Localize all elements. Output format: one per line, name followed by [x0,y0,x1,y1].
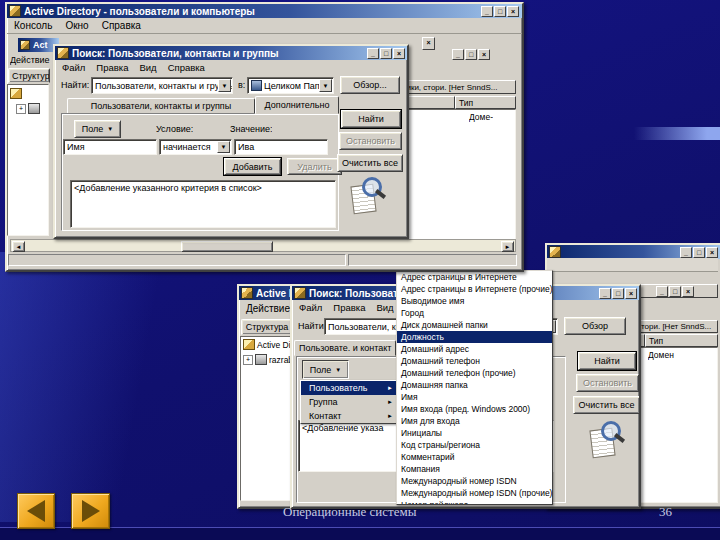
menu-action-fragment[interactable]: Действие [10,55,52,65]
maximize-icon[interactable]: □ [612,288,624,299]
clear-all-button[interactable]: Очистить все [337,154,403,172]
nav-forward-button[interactable] [71,493,110,529]
directory-icon [243,339,255,350]
field-option[interactable]: Имя [397,391,552,403]
field-option[interactable]: Международный номер ISDN [397,475,552,487]
field-option[interactable]: Инициалы [397,427,552,439]
horizontal-scrollbar[interactable]: ◄ ► [10,239,516,252]
browse-button[interactable]: Обзор [564,317,626,335]
close-icon[interactable]: × [393,48,405,59]
dialog1-tab-main[interactable]: Пользователи, контакты и группы [67,98,255,114]
close-icon[interactable]: × [478,49,490,60]
field-menu-button[interactable]: Поле ▼ [74,120,121,138]
find-now-button[interactable]: Найти [341,110,401,128]
close-icon[interactable]: × [422,37,435,50]
field-option[interactable]: Адрес страницы в Интернете (прочие) [397,283,552,295]
expand-icon[interactable]: + [16,104,26,114]
expand-icon[interactable]: + [243,355,253,365]
column-header-type[interactable]: Тип [455,96,516,109]
minimize-icon[interactable]: _ [599,288,611,299]
in-label: в: [238,80,245,90]
minimize-icon[interactable]: _ [452,49,464,60]
maximize-icon[interactable]: □ [693,247,705,258]
field-option[interactable]: Имя входа (пред. Windows 2000) [397,403,552,415]
close-icon[interactable]: × [706,247,718,258]
stop-button[interactable]: Остановить [339,132,402,150]
find-type-combobox[interactable]: Пользователи, контакты и группы ▼ [91,77,233,94]
field-option[interactable]: Выводимое имя [397,295,552,307]
field-option[interactable]: Домашний телефон (прочие) [397,367,552,379]
window1-tree-tab[interactable]: Структура [8,68,50,83]
field-dropdown-list: Адрес страницы в Интернете Адрес страниц… [396,270,553,505]
find-now-button[interactable]: Найти [578,352,636,370]
tree-item-root[interactable] [8,88,48,99]
nav-back-button[interactable] [17,493,55,529]
menu-help[interactable]: Справка [102,20,141,31]
menu-file[interactable]: Файл [299,302,322,313]
minimize-icon[interactable]: _ [680,247,692,258]
maximize-icon[interactable]: □ [494,6,506,17]
clear-all-button[interactable]: Очистить все [573,396,640,414]
column-header-type[interactable]: Тип [645,334,718,347]
menu-item-group[interactable]: Группа ► [301,395,397,409]
browse-button[interactable]: Обзор... [340,76,400,94]
field-option[interactable]: Домашний адрес [397,343,552,355]
find-scope-combobox[interactable]: Целиком Папка ▼ [247,77,334,94]
chevron-down-icon[interactable]: ▼ [217,141,230,153]
minimize-icon[interactable]: _ [481,6,493,17]
field-option-selected[interactable]: Должность [397,331,552,343]
chevron-down-icon[interactable]: ▼ [319,79,332,92]
field-option[interactable]: Номер пейджера [397,499,552,505]
close-icon[interactable]: × [682,286,694,297]
maximize-icon[interactable]: □ [669,286,681,297]
status-cell [8,254,346,266]
tree-item-domain[interactable]: + [8,103,48,114]
minimize-icon[interactable]: _ [367,48,379,59]
close-icon[interactable]: × [507,6,519,17]
dialog1-caption-buttons: _ □ × [367,48,405,59]
scrollbar-thumb[interactable] [181,241,273,252]
menu-edit[interactable]: Правка [96,62,128,73]
menu-file[interactable]: Файл [62,62,85,73]
maximize-icon[interactable]: □ [465,49,477,60]
dialog1-tab-advanced[interactable]: Дополнительно [255,96,339,114]
menu-help[interactable]: Справка [168,62,205,73]
field-option[interactable]: Диск домашней папки [397,319,552,331]
menu-window[interactable]: Окно [65,20,88,31]
menu-view[interactable]: Вид [139,62,156,73]
field-menu-button[interactable]: Поле ▼ [302,360,349,379]
chevron-down-icon[interactable]: ▼ [218,79,231,92]
minimize-icon[interactable]: _ [656,286,668,297]
window2-tree-tab[interactable]: Структура [241,319,293,335]
field-option[interactable]: Код страны/региона [397,439,552,451]
field-option[interactable]: Город [397,307,552,319]
find-dialog-icon [57,47,69,59]
menu-console[interactable]: Консоль [14,20,52,31]
field-option[interactable]: Домашний телефон [397,355,552,367]
remove-button[interactable]: Удалить [287,158,342,175]
stop-button[interactable]: Остановить [576,374,639,392]
value-input[interactable]: Ива [234,139,328,155]
scroll-left-icon[interactable]: ◄ [12,241,25,252]
scroll-right-icon[interactable]: ► [501,241,514,252]
criteria-listbox[interactable]: <Добавление указанного критерия в список… [70,180,336,228]
close-icon[interactable]: × [625,288,637,299]
menu-item-contact[interactable]: Контакт ► [301,409,397,423]
menu-item-user[interactable]: Пользователь ► [301,381,397,395]
list-value-domain[interactable]: Домен [648,350,674,360]
dialog2-tab-main[interactable]: Пользовате. и контакт [294,340,396,356]
add-button[interactable]: Добавить [224,158,281,175]
menu-edit[interactable]: Правка [333,302,365,313]
field-option[interactable]: Адрес страницы в Интернете [397,271,552,283]
window3-caption-buttons: _ □ × [680,247,718,258]
field-option[interactable]: Комментарий [397,451,552,463]
condition-combobox[interactable]: начинается ▼ [159,139,232,155]
maximize-icon[interactable]: □ [380,48,392,59]
field-option[interactable]: Компания [397,463,552,475]
menu-view[interactable]: Вид [376,302,393,313]
list-value-domain[interactable]: Доме- [469,112,493,122]
field-option[interactable]: Домашняя папка [397,379,552,391]
field-option[interactable]: Имя для входа [397,415,552,427]
field-name-input[interactable]: Имя [63,139,157,155]
field-option[interactable]: Международный номер ISDN (прочие) [397,487,552,499]
